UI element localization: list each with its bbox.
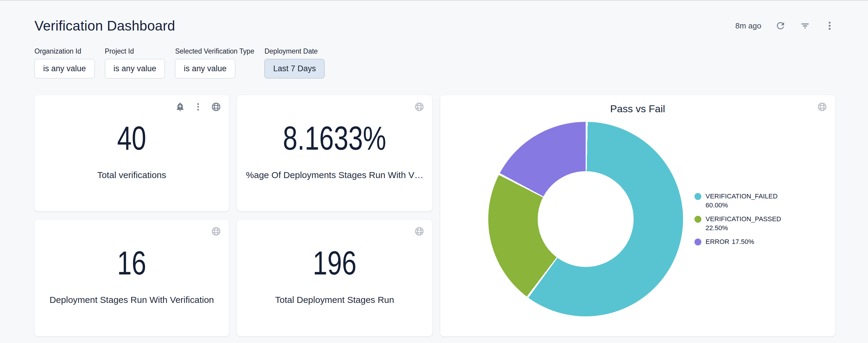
tile-content: 16 Deployment Stages Run With Verificati… [34, 220, 229, 336]
kebab-menu-icon[interactable] [193, 102, 203, 112]
tile-content: 8.1633% %age Of Deployments Stages Run W… [237, 95, 432, 211]
cards-area: 40 Total verifications 8.1633% %age Of D… [34, 95, 835, 336]
legend-value: 22.50% [706, 224, 728, 232]
tile-total-verifications: 40 Total verifications [34, 95, 229, 211]
globe-icon[interactable] [414, 102, 425, 112]
legend-value: 17.50% [732, 238, 754, 245]
tile-actions [414, 102, 425, 112]
filter-label: Project Id [105, 47, 165, 55]
legend-value: 60.00% [706, 201, 728, 209]
filter-verification-type: Selected Verification Type is any value [175, 47, 254, 78]
filter-value-dropdown[interactable]: Last 7 Days [265, 59, 324, 78]
pass-vs-fail-chart-card: Pass vs Fail VERIFICATION_FAILED 60.00% … [440, 95, 835, 336]
donut-chart[interactable] [488, 122, 683, 316]
tile-stages-run-with-verification: 16 Deployment Stages Run With Verificati… [34, 220, 229, 336]
dashboard-page: Verification Dashboard 8m ago Organizati… [0, 1, 868, 336]
alert-bell-plus-icon[interactable] [175, 102, 185, 112]
filter-value-dropdown[interactable]: is any value [105, 59, 165, 78]
filter-label: Selected Verification Type [175, 47, 254, 55]
kebab-menu-icon[interactable] [824, 20, 835, 31]
tile-value: 40 [117, 119, 146, 158]
dashboard-header: Verification Dashboard 8m ago [34, 18, 835, 34]
filter-icon[interactable] [800, 20, 810, 31]
legend-swatch [694, 193, 701, 200]
filter-value-dropdown[interactable]: is any value [34, 59, 95, 78]
tile-label: Deployment Stages Run With Verification [50, 295, 214, 305]
globe-icon[interactable] [817, 102, 827, 112]
refresh-icon[interactable] [775, 20, 786, 31]
tile-content: 40 Total verifications [34, 95, 229, 211]
legend-item-verification-passed[interactable]: VERIFICATION_PASSED 22.50% [694, 215, 787, 233]
filter-label: Deployment Date [265, 47, 324, 55]
filter-bar: Organization Id is any value Project Id … [34, 47, 835, 78]
filter-label: Organization Id [34, 47, 95, 55]
tile-actions [414, 226, 425, 236]
last-refresh-label: 8m ago [735, 21, 761, 31]
tile-label: %age Of Deployments Stages Run With V… [246, 170, 424, 180]
tile-actions [211, 226, 221, 236]
globe-icon[interactable] [211, 226, 221, 236]
tile-value: 196 [313, 244, 357, 282]
chart-legend: VERIFICATION_FAILED 60.00% VERIFICATION_… [694, 192, 787, 246]
tile-pct-stages-with-verification: 8.1633% %age Of Deployments Stages Run W… [237, 95, 432, 211]
globe-icon[interactable] [414, 226, 425, 236]
legend-item-error[interactable]: ERROR 17.50% [694, 237, 787, 246]
tile-label: Total Deployment Stages Run [275, 295, 394, 305]
legend-label: ERROR [706, 238, 729, 245]
filter-project-id: Project Id is any value [105, 47, 165, 78]
tile-value: 8.1633% [283, 119, 386, 158]
tile-total-stages-run: 196 Total Deployment Stages Run [237, 220, 432, 336]
chart-body: VERIFICATION_FAILED 60.00% VERIFICATION_… [440, 122, 835, 316]
tile-label: Total verifications [97, 170, 166, 180]
donut-hole [538, 171, 633, 267]
stat-tiles-grid: 40 Total verifications 8.1633% %age Of D… [34, 95, 432, 336]
legend-swatch [694, 239, 701, 245]
filter-deployment-date: Deployment Date Last 7 Days [265, 47, 324, 78]
globe-icon[interactable] [211, 102, 221, 112]
tile-content: 196 Total Deployment Stages Run [237, 220, 432, 336]
filter-organization-id: Organization Id is any value [34, 47, 95, 78]
page-title: Verification Dashboard [34, 18, 175, 34]
chart-title: Pass vs Fail [440, 103, 835, 115]
legend-item-verification-failed[interactable]: VERIFICATION_FAILED 60.00% [694, 192, 787, 210]
tile-actions [175, 102, 221, 112]
legend-swatch [694, 216, 701, 223]
header-actions: 8m ago [735, 20, 835, 31]
legend-label: VERIFICATION_PASSED [706, 215, 781, 223]
legend-label: VERIFICATION_FAILED [706, 193, 777, 200]
filter-value-dropdown[interactable]: is any value [175, 59, 235, 78]
tile-actions [817, 102, 827, 112]
tile-value: 16 [117, 244, 146, 282]
